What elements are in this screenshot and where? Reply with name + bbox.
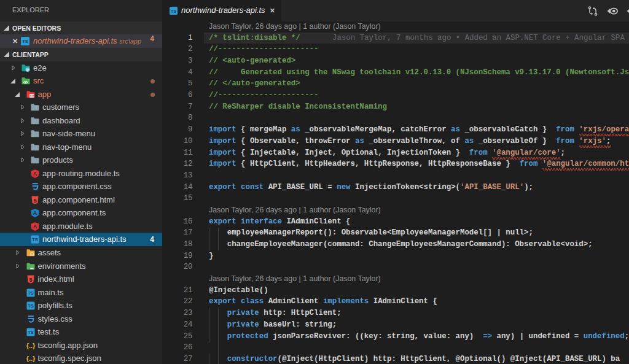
- svg-text:TS: TS: [28, 290, 34, 296]
- svg-text:TS: TS: [171, 9, 176, 14]
- svg-text:TS: TS: [28, 330, 34, 335]
- svg-text:A: A: [33, 171, 37, 177]
- svg-text:5: 5: [33, 197, 36, 203]
- svg-text:{..}: {..}: [26, 342, 35, 349]
- svg-text:A: A: [33, 223, 37, 230]
- svg-text:{..}: {..}: [26, 355, 35, 362]
- svg-text:TS: TS: [22, 39, 28, 44]
- svg-text:5: 5: [29, 277, 32, 283]
- svg-text:TS: TS: [28, 303, 34, 309]
- svg-text:A: A: [33, 210, 37, 216]
- svg-text:TS: TS: [32, 237, 38, 242]
